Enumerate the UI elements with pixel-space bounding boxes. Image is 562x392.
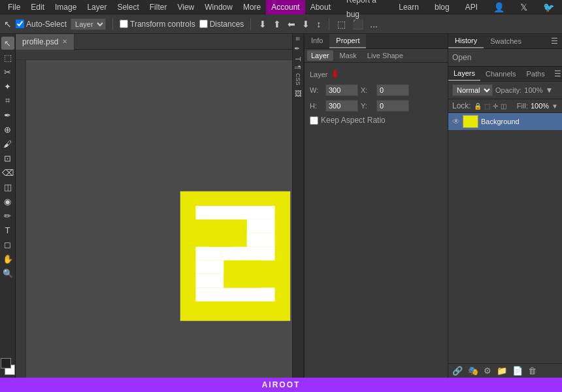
layers-footer-delete-icon[interactable]: 🗑 (527, 366, 538, 376)
layers-menu-icon[interactable]: ☰ (550, 69, 562, 78)
tab-paths[interactable]: Paths (521, 67, 550, 80)
toolbar-distribute-1[interactable]: ⬇ (301, 19, 311, 29)
tool-dodge[interactable]: ◉ (1, 195, 14, 208)
lock-move-icon[interactable]: ✛ (493, 103, 498, 110)
distances-checkbox[interactable] (199, 20, 208, 28)
history-menu-icon[interactable]: ☰ (547, 37, 562, 46)
tab-properties[interactable]: Propert (329, 34, 366, 48)
sub-tab-layer[interactable]: Layer (307, 50, 333, 61)
foreground-color[interactable] (1, 358, 11, 368)
menu-select[interactable]: Select (112, 0, 144, 14)
auto-select-checkbox-label[interactable]: Auto-Select (16, 20, 67, 29)
menu-layer[interactable]: Layer (82, 0, 112, 14)
distances-label[interactable]: Distances (199, 20, 244, 29)
layers-footer-add-icon[interactable]: 🎭 (467, 366, 480, 376)
blend-mode-select[interactable]: Normal (452, 84, 493, 96)
tool-gradient[interactable]: ◫ (1, 180, 14, 193)
menu-filter[interactable]: Filter (144, 0, 173, 14)
layers-footer-group-icon[interactable]: 📁 (495, 366, 508, 376)
layer-visibility-icon[interactable]: 👁 (452, 117, 460, 126)
canvas-area: profile.psd ✕ (16, 34, 292, 378)
layers-footer-new-icon[interactable]: 📄 (511, 366, 524, 376)
canvas-tab-close[interactable]: ✕ (62, 38, 67, 45)
menu-blog[interactable]: blog (429, 0, 455, 14)
opacity-arrow-icon[interactable]: ▼ (546, 86, 554, 95)
lock-all-icon[interactable]: 🔒 (474, 103, 482, 110)
tool-eraser[interactable]: ⌫ (1, 166, 14, 179)
transform-controls-checkbox[interactable] (120, 20, 128, 28)
toolbar-align-center[interactable]: ⬆ (272, 19, 282, 29)
svg-rect-2 (247, 220, 275, 233)
toolbar-separator-3 (329, 18, 329, 30)
layer-item-background[interactable]: 👁 Background (448, 113, 562, 130)
layers-footer-link-icon[interactable]: 🔗 (451, 366, 464, 376)
layers-tabs: Layers Channels Paths ☰ (448, 67, 562, 82)
keep-aspect-checkbox[interactable] (310, 116, 318, 125)
sub-tab-mask[interactable]: Mask (336, 50, 361, 61)
vert-icon-css[interactable]: CSS (295, 73, 301, 86)
tab-channels[interactable]: Channels (480, 67, 521, 80)
toolbar-extra-3[interactable]: ... (369, 19, 379, 29)
tool-brush[interactable]: 🖌 (1, 137, 14, 150)
menu-account[interactable]: Account (266, 0, 305, 14)
tool-hand[interactable]: ✋ (1, 252, 14, 265)
menu-file[interactable]: File (3, 0, 25, 14)
tool-crop[interactable]: ⌗ (1, 94, 14, 107)
toolbar-align-right[interactable]: ⬅ (286, 19, 297, 29)
menu-edit[interactable]: Edit (25, 0, 50, 14)
tab-info[interactable]: Info (305, 34, 329, 48)
menu-user-icon[interactable]: 👤 (488, 0, 510, 14)
tool-text[interactable]: T (1, 223, 14, 237)
canvas-ruler-left (16, 60, 26, 378)
layers-list: 👁 Background (448, 113, 562, 363)
properties-panel: Info Propert Layer Mask Live Shape Layer… (304, 34, 448, 378)
vert-icon-image[interactable]: 🖼 (294, 90, 302, 97)
tool-magic-wand[interactable]: ✦ (1, 80, 14, 93)
menu-api[interactable]: API (460, 0, 483, 14)
fill-arrow-icon[interactable]: ▼ (552, 103, 558, 110)
tool-select-rect[interactable]: ⬚ (1, 51, 14, 64)
vert-icon-2[interactable]: ✒ (294, 44, 303, 53)
auto-select-checkbox[interactable] (16, 20, 24, 28)
vert-icon-4[interactable]: ¶ (294, 65, 302, 69)
transform-controls-label[interactable]: Transform controls (120, 20, 195, 29)
tab-swatches[interactable]: Swatches (484, 35, 528, 48)
x-input[interactable] (376, 84, 409, 96)
sub-tab-live-shape[interactable]: Live Shape (363, 50, 407, 61)
vert-icon-3[interactable]: T (294, 57, 302, 61)
select-tool-icon[interactable]: ↖ (4, 19, 12, 29)
tab-history[interactable]: History (448, 34, 484, 48)
tool-zoom[interactable]: 🔍 (1, 267, 14, 280)
width-input[interactable] (325, 84, 358, 96)
toolbar-extra-1[interactable]: ⬚ (336, 19, 347, 29)
layers-footer-adjustment-icon[interactable]: ⚙ (482, 366, 493, 376)
tool-move[interactable]: ↖ (1, 37, 14, 50)
menu-social-icon[interactable]: 🐦 (538, 0, 559, 14)
vert-icon-1[interactable]: ≡ (294, 37, 302, 41)
tool-shape[interactable]: ◻ (1, 238, 14, 251)
tool-clone[interactable]: ⊡ (1, 152, 14, 165)
tool-lasso[interactable]: ✂ (1, 65, 14, 78)
tool-eyedropper[interactable]: ✒ (1, 108, 14, 122)
menu-view[interactable]: View (172, 0, 199, 14)
lock-artboard-icon[interactable]: ◫ (501, 103, 506, 110)
layers-controls: Normal Opacity: 100% ▼ (448, 82, 562, 99)
menu-image[interactable]: Image (50, 0, 82, 14)
tool-pen[interactable]: ✏ (1, 209, 14, 222)
menu-window[interactable]: Window (199, 0, 238, 14)
lock-pixels-icon[interactable]: ⬚ (484, 103, 490, 110)
toolbar-align-left[interactable]: ⬇ (257, 19, 268, 29)
canvas-tab[interactable]: profile.psd ✕ (16, 34, 74, 50)
height-input[interactable] (325, 100, 358, 112)
menu-about[interactable]: About (305, 0, 336, 14)
y-input[interactable] (376, 100, 409, 112)
menu-twitter-icon[interactable]: 𝕏 (515, 0, 533, 14)
toolbar-extra-2[interactable]: ⬛ (351, 19, 365, 29)
menu-more[interactable]: More (238, 0, 266, 14)
tab-layers[interactable]: Layers (448, 67, 480, 81)
menu-learn[interactable]: Learn (393, 0, 424, 14)
toolbar-distribute-2[interactable]: ↕ (315, 19, 322, 29)
psd-canvas[interactable] (180, 191, 291, 321)
tool-heal[interactable]: ⊕ (1, 123, 14, 136)
layer-select-dropdown[interactable]: Layer (71, 18, 106, 30)
